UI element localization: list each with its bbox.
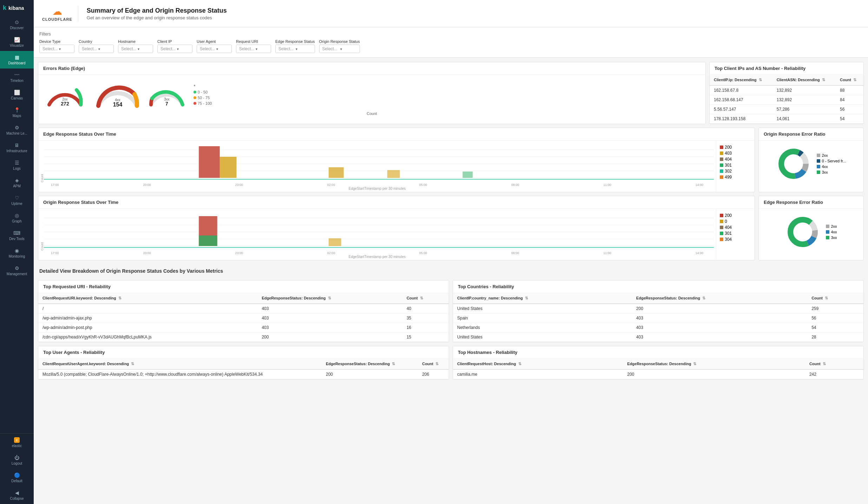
gauge-4xx: 4xx 154: [93, 78, 142, 110]
header-info: Summary of Edge and Origin Response Stat…: [87, 7, 227, 20]
table-row: /cdn-cgi/apps/head/xVgyKhR-vV3dAUGhMqfBc…: [38, 332, 449, 342]
th-ua-edge-status[interactable]: EdgeResponseStatus: Descending ⇅: [322, 359, 418, 369]
origin-donut-svg: [776, 146, 811, 181]
sidebar-item-maps[interactable]: 📍 Maps: [0, 104, 34, 121]
th-count[interactable]: Count ⇅: [402, 293, 449, 304]
table-row: 178.128.193.15814,06154: [710, 114, 863, 124]
filter-request-uri: Request URI Select... ▾: [236, 39, 271, 53]
sidebar-item-collapse[interactable]: ◀ Collapse: [0, 486, 34, 504]
filter-select-country[interactable]: Select... ▾: [79, 45, 114, 53]
filter-select-user-agent[interactable]: Select... ▾: [197, 45, 232, 53]
filter-select-placeholder: Select...: [121, 46, 136, 51]
sidebar-item-management[interactable]: ⚙ Management: [0, 262, 34, 279]
gauge-2xx-svg: 2xx 272: [44, 80, 86, 108]
legend-200: 200: [720, 145, 751, 150]
sidebar-item-infrastructure[interactable]: 🖥 Infrastructure: [0, 139, 34, 156]
sidebar-item-elastic[interactable]: e elastic: [0, 434, 34, 451]
th-count-country[interactable]: Count ⇅: [807, 293, 863, 304]
sidebar-item-default[interactable]: 🔵 Default: [0, 469, 34, 486]
filter-select-placeholder: Select...: [160, 46, 176, 51]
th-country-name[interactable]: ClientIP.country_name: Descending ⇅: [453, 293, 632, 304]
filter-select-device-type[interactable]: Select... ▾: [39, 45, 74, 53]
page-header: ☁ CLOUDFLARE Summary of Edge and Origin …: [34, 0, 868, 27]
origin-chart-inner: Count: [38, 209, 755, 260]
sidebar-item-monitoring[interactable]: ◉ Monitoring: [0, 244, 34, 262]
sidebar-item-graph[interactable]: ◎ Graph: [0, 209, 34, 227]
th-hostname-edge-status[interactable]: EdgeResponseStatus: Descending ⇅: [623, 359, 805, 369]
sidebar-item-label: Dashboard: [8, 61, 26, 65]
legend-color-200: [720, 146, 723, 149]
top-ua-title: Top User Agents - Reliability: [38, 346, 449, 359]
legend-color-403: [720, 151, 723, 155]
filter-select-hostname[interactable]: Select... ▾: [118, 45, 153, 53]
sidebar-item-label: Dev Tools: [9, 237, 25, 241]
svg-rect-13: [329, 167, 344, 178]
sidebar-item-dashboard[interactable]: ▦ Dashboard: [0, 51, 34, 69]
sidebar-item-apm[interactable]: ◈ APM: [0, 174, 34, 192]
errors-ratio-title: Errors Ratio (Edge): [38, 62, 705, 75]
th-client-asn[interactable]: ClientASN: Descending ⇅: [772, 75, 836, 85]
canvas-icon: ⬜: [14, 90, 20, 95]
top-client-ips-table: ClientIP.ip: Descending ⇅ ClientASN: Des…: [710, 75, 863, 124]
filter-select-placeholder: Select...: [42, 46, 58, 51]
visualize-icon: 📈: [14, 37, 20, 43]
edge-legend-color-4xx: [826, 230, 829, 234]
logs-icon: ☰: [15, 160, 19, 166]
th-edge-status[interactable]: EdgeResponseStatus: Descending ⇅: [257, 293, 402, 304]
filter-select-origin-response-status[interactable]: Select... ▾: [319, 45, 360, 53]
uptime-icon: ♡: [15, 195, 19, 201]
filters-row: Device Type Select... ▾ Country Select..…: [39, 39, 862, 53]
elastic-icon: e: [14, 437, 20, 443]
top-user-agents-panel: Top User Agents - Reliability ClientRequ…: [38, 346, 449, 380]
sidebar-item-canvas[interactable]: ⬜ Canvas: [0, 86, 34, 104]
top-client-ips-panel: Top Client IPs and AS Number - Reliabili…: [709, 62, 864, 124]
y-axis-label: Count: [40, 143, 44, 182]
countries-header-row: ClientIP.country_name: Descending ⇅ Edge…: [453, 293, 863, 304]
sidebar-item-discover[interactable]: ⊙ Discover: [0, 16, 34, 33]
top-client-ips-body: 162.158.67.8132,89288162.158.68.147132,8…: [710, 85, 863, 124]
sidebar-item-label: Logout: [12, 461, 22, 465]
legend-item-50-75: 50 - 75: [193, 96, 212, 100]
th-edge-status-country[interactable]: EdgeResponseStatus: Descending ⇅: [632, 293, 807, 304]
top-uri-table: ClientRequestURI.keyword: Descending ⇅ E…: [38, 293, 449, 342]
th-count[interactable]: Count ⇅: [836, 75, 863, 85]
th-ua[interactable]: ClientRequestUserAgent.keyword: Descendi…: [38, 359, 322, 369]
th-client-ip[interactable]: ClientIP.ip: Descending ⇅: [710, 75, 772, 85]
origin-donut-legend: 2xx 0 - Served fr... 4xx 3xx: [817, 153, 846, 174]
filter-select-edge-response-status[interactable]: Select... ▾: [275, 45, 315, 53]
th-hostname[interactable]: ClientRequestHost: Descending ⇅: [453, 359, 623, 369]
th-hostname-count[interactable]: Count ⇅: [805, 359, 863, 369]
th-uri[interactable]: ClientRequestURI.keyword: Descending ⇅: [38, 293, 257, 304]
sidebar-item-machine-learning[interactable]: ⚙ Machine Le...: [0, 121, 34, 139]
table-row: 162.158.67.8132,89288: [710, 85, 863, 95]
sidebar-item-uptime[interactable]: ♡ Uptime: [0, 192, 34, 209]
th-ua-count[interactable]: Count ⇅: [418, 359, 449, 369]
filter-select-client-ip[interactable]: Select... ▾: [157, 45, 192, 53]
sidebar-item-timelion[interactable]: 〰 Timelion: [0, 69, 34, 86]
origin-legend-color-2xx: [817, 154, 820, 157]
filter-label-device-type: Device Type: [39, 39, 74, 44]
filter-country: Country Select... ▾: [79, 39, 114, 53]
chevron-down-icon: ▾: [138, 47, 150, 51]
origin-x-label: EdgeStartTimestamp per 30 minutes: [38, 255, 716, 260]
table-row: /40340: [38, 304, 449, 314]
sidebar-item-dev-tools[interactable]: ⌨ Dev Tools: [0, 227, 34, 244]
sidebar-item-logs[interactable]: ☰ Logs: [0, 156, 34, 174]
edge-donut-legend: 2xx 4xx 3xx: [826, 224, 837, 240]
top-row: Errors Ratio (Edge) 2xx 272: [38, 62, 864, 124]
collapse-icon: ◀: [15, 490, 19, 496]
sidebar-item-logout[interactable]: ⏻ Logout: [0, 451, 34, 469]
page-title: Summary of Edge and Origin Response Stat…: [87, 7, 227, 14]
filter-select-request-uri[interactable]: Select... ▾: [236, 45, 271, 53]
bottom-tables-row-1: Top Requested URI - Reliability ClientRe…: [38, 280, 864, 342]
origin-legend-2xx: 2xx: [817, 153, 846, 157]
management-icon: ⚙: [15, 265, 19, 271]
origin-legend-304: 304: [720, 237, 751, 242]
legend-499: 499: [720, 175, 751, 180]
top-uri-body: /40340/wp-admin/admin-ajax.php40335/wp-a…: [38, 304, 449, 342]
origin-legend-sq-0: [720, 220, 723, 223]
sidebar-item-visualize[interactable]: 📈 Visualize: [0, 33, 34, 51]
edge-response-title: Edge Response Status Over Time: [38, 128, 755, 141]
legend-301: 301: [720, 163, 751, 168]
top-uri-title: Top Requested URI - Reliability: [38, 280, 449, 293]
